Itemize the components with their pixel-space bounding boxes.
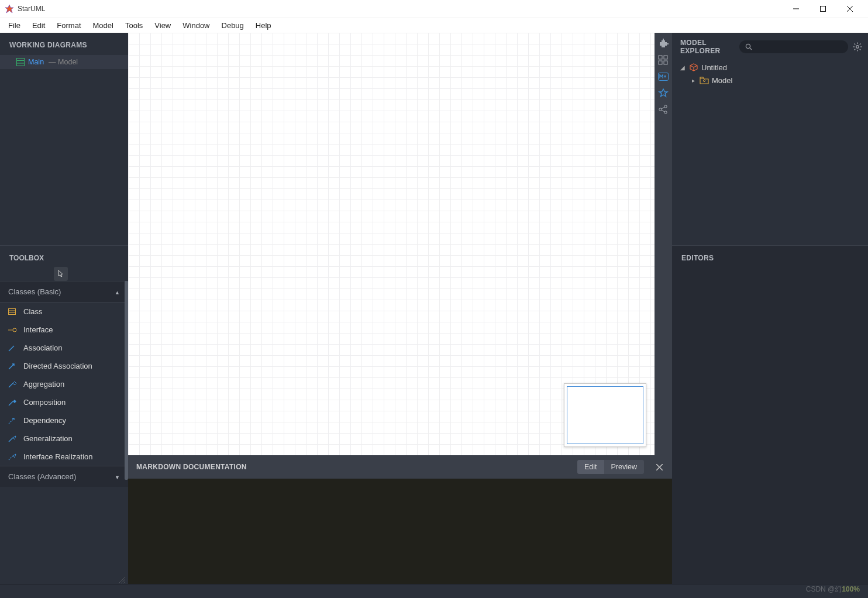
- markdown-header: MARKDOWN DOCUMENTATION Edit Preview: [128, 455, 672, 479]
- svg-point-12: [13, 328, 16, 332]
- search-input[interactable]: [755, 43, 842, 51]
- svg-point-25: [659, 108, 662, 111]
- svg-line-18: [121, 579, 125, 583]
- svg-line-42: [855, 49, 856, 50]
- model-explorer-settings-button[interactable]: [853, 42, 862, 52]
- title-bar: StarUML: [0, 0, 868, 18]
- right-column: MODEL EXPLORER ◢ Untitled ▸ Model: [672, 33, 868, 584]
- svg-marker-16: [13, 454, 16, 458]
- tool-label: Association: [23, 343, 62, 352]
- svg-line-29: [662, 110, 664, 112]
- editors-panel: EDITORS: [672, 245, 868, 584]
- model-explorer-title: MODEL EXPLORER: [680, 39, 735, 55]
- tool-class[interactable]: Class: [0, 303, 128, 321]
- status-bar: [0, 584, 868, 598]
- menu-help[interactable]: Help: [250, 20, 277, 31]
- menu-bar: File Edit Format Model Tools View Window…: [0, 18, 868, 33]
- tree-node-label: Model: [712, 76, 732, 85]
- svg-line-40: [860, 49, 861, 50]
- model-explorer-search[interactable]: [739, 40, 848, 53]
- svg-rect-20: [659, 56, 662, 59]
- tree-node-project[interactable]: ◢ Untitled: [677, 61, 863, 74]
- markdown-edit-button[interactable]: Edit: [577, 460, 604, 474]
- minimap-viewport[interactable]: [567, 386, 643, 444]
- markdown-editor[interactable]: [128, 479, 672, 584]
- focus-icon[interactable]: [658, 88, 669, 98]
- tool-aggregation[interactable]: Aggregation: [0, 375, 128, 393]
- svg-rect-2: [821, 6, 826, 12]
- dependency-icon: [8, 417, 18, 425]
- working-diagram-suffix: — Model: [49, 58, 78, 66]
- menu-edit[interactable]: Edit: [26, 20, 51, 31]
- working-diagram-name: Main: [28, 58, 44, 66]
- menu-view[interactable]: View: [149, 20, 177, 31]
- markdown-panel: MARKDOWN DOCUMENTATION Edit Preview: [128, 455, 672, 584]
- tool-label: Class: [23, 307, 43, 316]
- share-icon[interactable]: [658, 104, 669, 115]
- maximize-button[interactable]: [810, 0, 836, 18]
- collapse-arrow-icon: [115, 287, 120, 296]
- menu-debug[interactable]: Debug: [216, 20, 250, 31]
- close-icon: [656, 464, 663, 470]
- menu-file[interactable]: File: [2, 20, 26, 31]
- editors-title: EDITORS: [672, 246, 868, 270]
- project-icon: [689, 63, 698, 72]
- svg-marker-15: [13, 436, 16, 439]
- svg-line-33: [750, 48, 752, 50]
- markdown-toggle-icon[interactable]: [658, 71, 669, 82]
- svg-point-26: [664, 105, 667, 108]
- menu-window[interactable]: Window: [177, 20, 215, 31]
- watermark-text: CSDN @幻: [806, 585, 842, 593]
- tool-interface-realization[interactable]: Interface Realization: [0, 448, 128, 466]
- menu-model[interactable]: Model: [87, 20, 119, 31]
- tree-node-model[interactable]: ▸ Model: [677, 74, 863, 87]
- selection-tool-button[interactable]: [54, 267, 68, 281]
- markdown-title: MARKDOWN DOCUMENTATION: [136, 463, 247, 471]
- class-icon: [8, 308, 18, 316]
- zoom-level: 100%: [842, 585, 860, 593]
- interface-icon: [8, 326, 18, 334]
- tool-association[interactable]: Association: [0, 339, 128, 357]
- thumbnail-view-icon[interactable]: [658, 55, 669, 66]
- svg-line-41: [860, 44, 861, 45]
- markdown-preview-button[interactable]: Preview: [604, 460, 644, 474]
- markdown-close-button[interactable]: [653, 461, 665, 473]
- canvas-area: [128, 33, 672, 455]
- working-diagram-item[interactable]: Main — Model: [0, 55, 128, 69]
- tool-group-classes-basic[interactable]: Classes (Basic): [0, 281, 128, 303]
- tool-generalization[interactable]: Generalization: [0, 429, 128, 448]
- toolbox-panel: TOOLBOX Classes (Basic) Class Interface: [0, 245, 128, 584]
- model-explorer-header: MODEL EXPLORER: [672, 33, 868, 59]
- resize-handle-icon[interactable]: [117, 577, 126, 584]
- svg-rect-5: [17, 59, 25, 66]
- interface-realization-icon: [8, 453, 18, 461]
- tool-label: Directed Association: [23, 362, 92, 370]
- minimize-button[interactable]: [783, 0, 810, 18]
- menu-format[interactable]: Format: [51, 20, 87, 31]
- model-tree: ◢ Untitled ▸ Model: [672, 59, 868, 89]
- svg-rect-23: [664, 61, 667, 64]
- cursor-icon: [57, 270, 65, 278]
- svg-marker-14: [13, 400, 16, 403]
- directed-association-icon: [8, 362, 18, 370]
- tool-interface[interactable]: Interface: [0, 321, 128, 339]
- menu-tools[interactable]: Tools: [119, 20, 149, 31]
- watermark: CSDN @幻100%: [806, 585, 860, 594]
- close-button[interactable]: [836, 0, 863, 18]
- expand-arrow-icon: [115, 472, 120, 481]
- tree-node-label: Untitled: [701, 63, 727, 72]
- tool-directed-association[interactable]: Directed Association: [0, 357, 128, 375]
- tool-group-classes-advanced[interactable]: Classes (Advanced): [0, 466, 128, 487]
- model-explorer-panel: MODEL EXPLORER ◢ Untitled ▸ Model: [672, 33, 868, 245]
- search-icon: [745, 43, 752, 50]
- diagram-canvas[interactable]: [128, 33, 655, 455]
- canvas-tool-rail: [655, 33, 672, 455]
- minimap[interactable]: [564, 383, 646, 447]
- tool-composition[interactable]: Composition: [0, 393, 128, 411]
- svg-point-34: [856, 46, 859, 48]
- svg-rect-8: [9, 308, 16, 314]
- working-diagrams-panel: WORKING DIAGRAMS Main — Model: [0, 33, 128, 245]
- tool-dependency[interactable]: Dependency: [0, 411, 128, 429]
- class-diagram-icon: [16, 58, 25, 66]
- extensions-icon[interactable]: [658, 39, 669, 49]
